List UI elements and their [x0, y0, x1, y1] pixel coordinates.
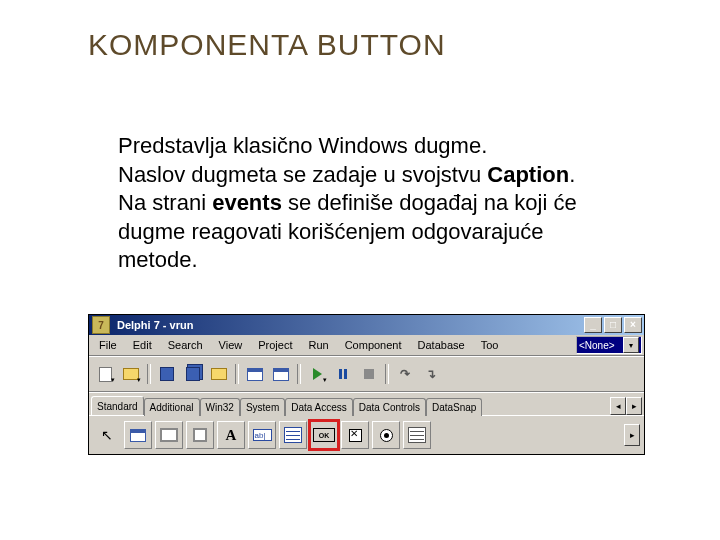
tab-data-controls[interactable]: Data Controls	[353, 398, 426, 416]
body-events-word: events	[212, 190, 282, 215]
menu-project[interactable]: Project	[250, 337, 300, 353]
menu-edit[interactable]: Edit	[125, 337, 160, 353]
window-title: Delphi 7 - vrun	[113, 319, 582, 331]
save-button[interactable]	[155, 362, 179, 386]
maximize-button[interactable]: □	[604, 317, 622, 333]
tab-datasnap[interactable]: DataSnap	[426, 398, 482, 416]
titlebar[interactable]: 7 Delphi 7 - vrun _ □ ×	[89, 315, 644, 335]
config-dropdown[interactable]: <None> ▾	[576, 336, 642, 354]
menu-search[interactable]: Search	[160, 337, 211, 353]
separator	[297, 364, 301, 384]
slide: KOMPONENTA BUTTON Predstavlja klasično W…	[0, 0, 720, 540]
palette-memo[interactable]	[279, 421, 307, 449]
chevron-down-icon: ▾	[623, 337, 639, 353]
window-icon	[247, 368, 263, 381]
radio-icon	[380, 429, 393, 442]
cursor-icon: ↖	[101, 427, 113, 443]
body-line2c: .	[569, 162, 575, 187]
palette-mainmenu[interactable]	[155, 421, 183, 449]
disk-icon	[160, 367, 174, 381]
folder-icon	[211, 368, 227, 380]
palette-label[interactable]: A	[217, 421, 245, 449]
tab-standard[interactable]: Standard	[91, 396, 144, 415]
palette-button[interactable]: OK	[310, 421, 338, 449]
close-button[interactable]: ×	[624, 317, 642, 333]
palette-radiobutton[interactable]	[372, 421, 400, 449]
body-line1: Predstavlja klasično Windows dugme.	[118, 133, 487, 158]
menu-view[interactable]: View	[211, 337, 251, 353]
body-caption-word: Caption	[487, 162, 569, 187]
memo-icon	[284, 427, 302, 443]
palette-checkbox[interactable]	[341, 421, 369, 449]
menu-database[interactable]: Database	[410, 337, 473, 353]
open-project-button[interactable]	[207, 362, 231, 386]
popupmenu-icon	[193, 428, 207, 442]
menu-run[interactable]: Run	[300, 337, 336, 353]
delphi-ide-window: 7 Delphi 7 - vrun _ □ × File Edit Search…	[88, 314, 645, 455]
tab-data-access[interactable]: Data Access	[285, 398, 353, 416]
palette-scroll-right[interactable]: ▸	[624, 424, 640, 446]
stop-icon	[364, 369, 374, 379]
pause-button[interactable]	[331, 362, 355, 386]
new-button[interactable]: ▾	[93, 362, 117, 386]
tab-scroll: ◂ ▸	[610, 397, 642, 415]
edit-icon: ab|	[253, 429, 272, 441]
view-unit-button[interactable]	[269, 362, 293, 386]
body-line3a: Na strani	[118, 190, 212, 215]
component-palette: ↖ A ab| OK ▸	[89, 415, 644, 454]
slide-title: KOMPONENTA BUTTON	[88, 28, 446, 62]
step-over-button[interactable]: ↷	[393, 362, 417, 386]
palette-popupmenu[interactable]	[186, 421, 214, 449]
slide-body: Predstavlja klasično Windows dugme. Nasl…	[118, 132, 628, 275]
tab-system[interactable]: System	[240, 398, 285, 416]
palette-edit[interactable]: ab|	[248, 421, 276, 449]
button-icon: OK	[313, 428, 335, 442]
run-button[interactable]: ▾	[305, 362, 329, 386]
palette-pointer[interactable]: ↖	[93, 421, 121, 449]
palette-frames[interactable]	[124, 421, 152, 449]
play-icon	[313, 368, 322, 380]
menubar: File Edit Search View Project Run Compon…	[89, 335, 644, 356]
separator	[147, 364, 151, 384]
mainmenu-icon	[160, 428, 178, 442]
menu-component[interactable]: Component	[337, 337, 410, 353]
label-icon: A	[226, 427, 237, 444]
disk-icon	[186, 367, 200, 381]
body-line2a: Naslov dugmeta se zadaje u svojstvu	[118, 162, 487, 187]
toolbar: ▾ ▾ ▾ ↷ ↴	[89, 356, 644, 392]
palette-tabs: Standard Additional Win32 System Data Ac…	[89, 392, 644, 415]
config-dropdown-value: <None>	[579, 340, 615, 351]
stop-button[interactable]	[357, 362, 381, 386]
open-button[interactable]: ▾	[119, 362, 143, 386]
step-into-button[interactable]: ↴	[419, 362, 443, 386]
view-form-button[interactable]	[243, 362, 267, 386]
step-into-icon: ↴	[426, 367, 436, 381]
tab-additional[interactable]: Additional	[144, 398, 200, 416]
separator	[235, 364, 239, 384]
window-buttons: _ □ ×	[582, 317, 642, 333]
listbox-icon	[408, 427, 426, 443]
menu-tools[interactable]: Too	[473, 337, 507, 353]
palette-listbox[interactable]	[403, 421, 431, 449]
app-icon: 7	[92, 316, 110, 334]
step-over-icon: ↷	[400, 367, 410, 381]
separator	[385, 364, 389, 384]
frames-icon	[130, 429, 146, 442]
tab-scroll-left[interactable]: ◂	[610, 397, 626, 415]
minimize-button[interactable]: _	[584, 317, 602, 333]
pause-icon	[339, 369, 347, 379]
window-icon	[273, 368, 289, 381]
tab-win32[interactable]: Win32	[200, 398, 240, 416]
menu-file[interactable]: File	[91, 337, 125, 353]
tab-scroll-right[interactable]: ▸	[626, 397, 642, 415]
checkbox-icon	[349, 429, 362, 442]
save-all-button[interactable]	[181, 362, 205, 386]
document-icon	[99, 367, 112, 382]
